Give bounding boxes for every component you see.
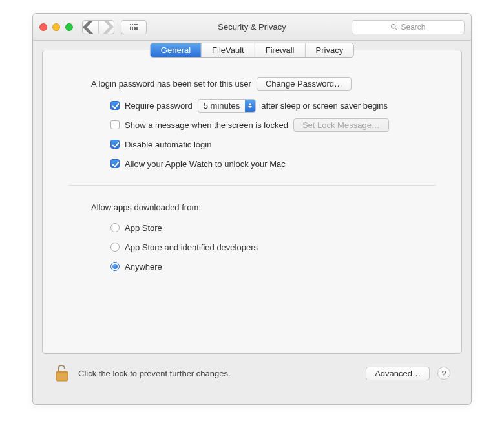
titlebar: Security & Privacy Search bbox=[33, 14, 471, 41]
svg-line-1 bbox=[395, 28, 397, 30]
window-title: Security & Privacy bbox=[218, 22, 286, 32]
password-delay-select[interactable]: 5 minutes bbox=[198, 99, 256, 113]
general-content: A login password has been set for this u… bbox=[43, 50, 461, 279]
tab-firewall[interactable]: Firewall bbox=[255, 43, 305, 57]
allow-anywhere-label: Anywhere bbox=[125, 262, 162, 272]
toolbar-nav bbox=[82, 20, 147, 34]
back-button[interactable] bbox=[83, 21, 98, 34]
zoom-window-button[interactable] bbox=[65, 23, 73, 31]
preferences-window: Security & Privacy Search General FileVa… bbox=[32, 13, 472, 405]
search-icon bbox=[390, 23, 397, 30]
show-all-button[interactable] bbox=[121, 20, 147, 34]
svg-rect-3 bbox=[56, 371, 68, 373]
change-password-button[interactable]: Change Password… bbox=[257, 77, 352, 91]
main-panel: General FileVault Firewall Privacy A log… bbox=[42, 50, 462, 354]
forward-button[interactable] bbox=[98, 21, 114, 34]
apple-watch-unlock-label: Allow your Apple Watch to unlock your Ma… bbox=[125, 159, 286, 169]
back-forward-group bbox=[82, 20, 114, 34]
require-password-checkbox[interactable] bbox=[110, 101, 120, 110]
advanced-button[interactable]: Advanced… bbox=[366, 367, 430, 380]
require-password-label: Require password bbox=[125, 101, 193, 111]
minimize-window-button[interactable] bbox=[52, 23, 60, 31]
lock-open-icon bbox=[54, 363, 71, 383]
allow-identified-label: App Store and identified developers bbox=[125, 243, 258, 252]
grid-icon bbox=[130, 24, 138, 30]
lock-button[interactable] bbox=[54, 363, 72, 384]
allow-apps-heading: Allow apps downloaded from: bbox=[91, 202, 201, 212]
tab-filevault[interactable]: FileVault bbox=[201, 43, 255, 57]
show-message-checkbox[interactable] bbox=[110, 120, 120, 129]
separator bbox=[68, 185, 436, 186]
search-field[interactable]: Search bbox=[352, 20, 465, 34]
tab-bar: General FileVault Firewall Privacy bbox=[150, 43, 354, 58]
close-window-button[interactable] bbox=[39, 23, 47, 31]
tab-general[interactable]: General bbox=[151, 43, 201, 57]
footer: Click the lock to prevent further change… bbox=[42, 354, 462, 395]
allow-app-store-label: App Store bbox=[125, 223, 162, 233]
require-password-after-label: after sleep or screen saver begins bbox=[261, 101, 388, 111]
help-button[interactable]: ? bbox=[437, 367, 450, 380]
allow-app-store-radio[interactable] bbox=[110, 223, 120, 232]
disable-auto-login-label: Disable automatic login bbox=[125, 140, 211, 149]
lock-text: Click the lock to prevent further change… bbox=[78, 369, 231, 378]
search-placeholder: Search bbox=[401, 23, 425, 32]
allow-anywhere-radio[interactable] bbox=[110, 262, 120, 271]
disable-auto-login-checkbox[interactable] bbox=[110, 140, 120, 149]
login-password-text: A login password has been set for this u… bbox=[91, 79, 251, 89]
password-delay-value: 5 minutes bbox=[198, 101, 245, 111]
chevron-updown-icon bbox=[245, 100, 255, 112]
tab-privacy[interactable]: Privacy bbox=[305, 43, 354, 57]
allow-identified-radio[interactable] bbox=[110, 243, 120, 252]
set-lock-message-button: Set Lock Message… bbox=[293, 118, 389, 132]
apple-watch-unlock-checkbox[interactable] bbox=[110, 159, 120, 168]
show-message-label: Show a message when the screen is locked bbox=[125, 120, 288, 130]
window-controls bbox=[39, 23, 73, 31]
svg-point-0 bbox=[392, 25, 395, 28]
